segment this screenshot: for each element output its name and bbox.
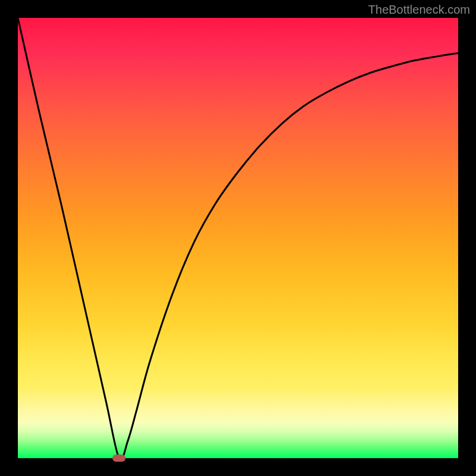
bottleneck-curve — [18, 18, 458, 458]
curve-svg — [18, 18, 458, 458]
plot-area — [18, 18, 458, 458]
chart-container: TheBottleneck.com — [0, 0, 476, 476]
watermark-text: TheBottleneck.com — [368, 3, 470, 17]
optimal-point-marker — [112, 455, 126, 462]
